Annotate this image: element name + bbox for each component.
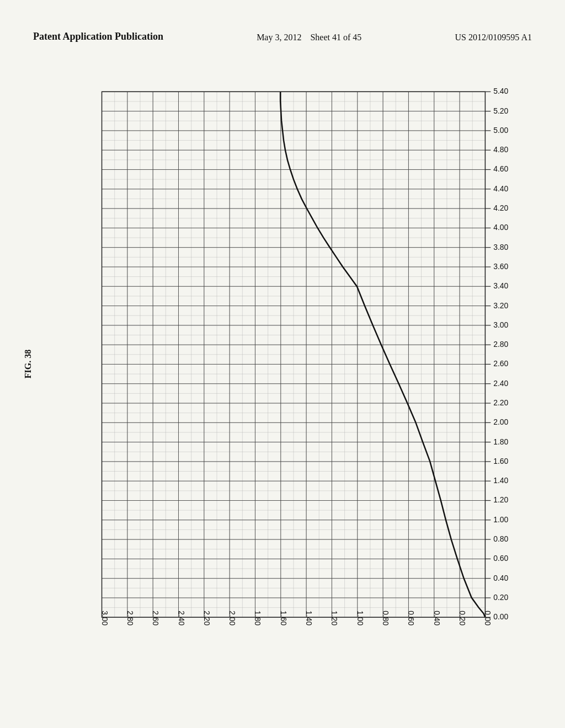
x-label-0.80: 0.80 [381,611,390,625]
y-label-2.40: 2.40 [493,379,508,388]
y-label-3.00: 3.00 [493,320,508,329]
y-label-2.00: 2.00 [493,417,508,426]
chart-area: 5.40 5.20 5.00 4.80 4.60 4.40 4.20 4.00 … [66,85,515,667]
y-label-2.20: 2.20 [493,398,508,407]
y-label-1.40: 1.40 [493,476,508,485]
y-label-3.20: 3.20 [493,301,508,310]
y-label-1.80: 1.80 [493,437,508,446]
y-label-4.60: 4.60 [493,164,508,173]
x-label-2.40: 2.40 [177,611,186,625]
y-label-1.60: 1.60 [493,457,508,465]
x-label-1.00: 1.00 [356,611,365,625]
y-label-0.40: 0.40 [493,574,508,582]
x-label-1.40: 1.40 [305,611,313,625]
y-label-0.20: 0.20 [493,593,508,602]
header-date-sheet: May 3, 2012 Sheet 41 of 45 [257,33,361,42]
y-label-4.00: 4.00 [493,223,508,232]
y-label-4.80: 4.80 [493,145,508,154]
x-label-0.60: 0.60 [407,611,415,625]
sheet-info-text: Sheet 41 of 45 [310,33,361,42]
x-label-3.00: 3.00 [100,611,109,625]
y-label-4.40: 4.40 [493,184,508,193]
x-label-2.80: 2.80 [126,611,135,625]
y-label-2.80: 2.80 [493,340,508,349]
y-label-0.00: 0.00 [493,612,508,621]
x-label-1.80: 1.80 [253,611,262,625]
y-label-0.60: 0.60 [493,554,508,563]
x-label-2.60: 2.60 [151,611,160,625]
y-label-3.60: 3.60 [493,262,508,271]
x-label-0.00: 0.00 [483,611,492,625]
patent-num-text: US 2012/0109595 A1 [455,33,532,42]
figure-label: FIG. 38 [23,350,33,378]
date-text: May 3, 2012 [257,33,301,42]
x-label-1.20: 1.20 [330,611,339,625]
chart-container: 5.40 5.20 5.00 4.80 4.60 4.40 4.20 4.00 … [66,85,515,667]
x-label-0.40: 0.40 [433,611,441,625]
patent-number: US 2012/0109595 A1 [455,33,532,42]
x-label-2.00: 2.00 [228,611,237,625]
header: Patent Application Publication May 3, 20… [0,30,565,43]
x-label-1.60: 1.60 [279,611,288,625]
y-label-4.20: 4.20 [493,204,508,212]
y-label-5.00: 5.00 [493,126,508,135]
publication-title-text: Patent Application Publication [33,31,163,42]
y-label-0.80: 0.80 [493,534,508,543]
publication-title: Patent Application Publication [33,30,163,43]
page: Patent Application Publication May 3, 20… [0,0,565,728]
y-label-3.80: 3.80 [493,243,508,251]
y-label-2.60: 2.60 [493,359,508,368]
y-label-5.40: 5.40 [493,87,508,95]
y-label-5.20: 5.20 [493,106,508,115]
y-label-3.40: 3.40 [493,281,508,290]
y-label-1.00: 1.00 [493,515,508,524]
y-label-1.20: 1.20 [493,495,508,504]
chart-svg: 5.40 5.20 5.00 4.80 4.60 4.40 4.20 4.00 … [66,85,515,667]
x-label-2.20: 2.20 [202,611,211,625]
x-label-0.20: 0.20 [458,611,467,625]
